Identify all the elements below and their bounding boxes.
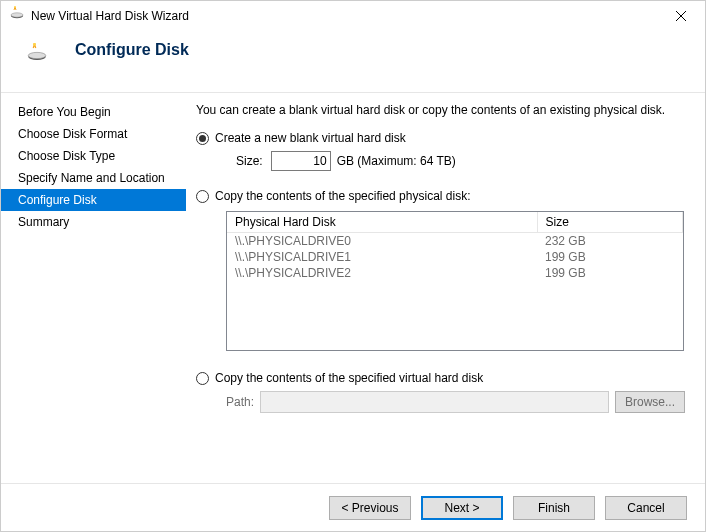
page-title: Configure Disk (75, 41, 189, 59)
disk-size: 199 GB (537, 265, 683, 281)
size-unit: GB (Maximum: 64 TB) (337, 154, 456, 168)
table-row[interactable]: \\.\PHYSICALDRIVE1199 GB (227, 249, 683, 265)
disk-wizard-icon (27, 43, 47, 67)
wizard-steps: Before You BeginChoose Disk FormatChoose… (1, 93, 186, 483)
titlebar-text: New Virtual Hard Disk Wizard (31, 9, 659, 23)
size-label: Size: (236, 154, 263, 168)
disk-name: \\.\PHYSICALDRIVE0 (227, 233, 537, 250)
close-button[interactable] (659, 2, 703, 30)
table-row[interactable]: \\.\PHYSICALDRIVE2199 GB (227, 265, 683, 281)
radio-icon (196, 372, 209, 385)
option-label: Copy the contents of the specified physi… (215, 189, 470, 203)
cancel-button[interactable]: Cancel (605, 496, 687, 520)
radio-icon (196, 190, 209, 203)
sidebar-step[interactable]: Summary (1, 211, 186, 233)
sidebar-step[interactable]: Configure Disk (1, 189, 186, 211)
svg-point-1 (11, 13, 23, 17)
disk-size: 199 GB (537, 249, 683, 265)
col-size[interactable]: Size (537, 212, 683, 233)
wizard-header: Configure Disk (1, 31, 705, 93)
option-copy-physical[interactable]: Copy the contents of the specified physi… (196, 189, 685, 203)
next-button[interactable]: Next > (421, 496, 503, 520)
wizard-footer: < Previous Next > Finish Cancel (1, 483, 705, 531)
svg-point-2 (14, 6, 16, 8)
option-label: Copy the contents of the specified virtu… (215, 371, 483, 385)
intro-text: You can create a blank virtual hard disk… (196, 103, 685, 117)
main-panel: You can create a blank virtual hard disk… (186, 93, 705, 483)
browse-button: Browse... (615, 391, 685, 413)
physical-disk-table: Physical Hard Disk Size \\.\PHYSICALDRIV… (226, 211, 684, 351)
sidebar-step[interactable]: Before You Begin (1, 101, 186, 123)
path-label: Path: (226, 395, 254, 409)
sidebar-step[interactable]: Specify Name and Location (1, 167, 186, 189)
titlebar: New Virtual Hard Disk Wizard (1, 1, 705, 31)
previous-button[interactable]: < Previous (329, 496, 411, 520)
disk-size: 232 GB (537, 233, 683, 250)
sidebar-step[interactable]: Choose Disk Type (1, 145, 186, 167)
svg-point-5 (33, 43, 36, 46)
sidebar-step[interactable]: Choose Disk Format (1, 123, 186, 145)
option-label: Create a new blank virtual hard disk (215, 131, 406, 145)
radio-icon (196, 132, 209, 145)
disk-wizard-icon (9, 6, 25, 26)
svg-point-4 (28, 52, 46, 58)
disk-name: \\.\PHYSICALDRIVE1 (227, 249, 537, 265)
finish-button[interactable]: Finish (513, 496, 595, 520)
table-row[interactable]: \\.\PHYSICALDRIVE0232 GB (227, 233, 683, 250)
option-create-blank[interactable]: Create a new blank virtual hard disk (196, 131, 685, 145)
path-input (260, 391, 609, 413)
disk-name: \\.\PHYSICALDRIVE2 (227, 265, 537, 281)
option-copy-virtual[interactable]: Copy the contents of the specified virtu… (196, 371, 685, 385)
col-physical-disk[interactable]: Physical Hard Disk (227, 212, 537, 233)
close-icon (676, 11, 686, 21)
size-input[interactable] (271, 151, 331, 171)
